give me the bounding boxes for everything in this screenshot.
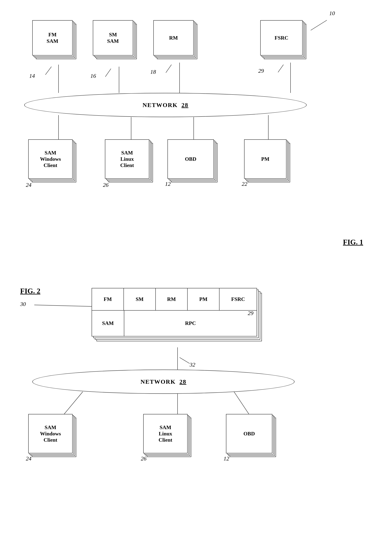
server-rm: RM — [156, 288, 188, 310]
sam-linux-text-2: SAMLinuxClient — [159, 424, 172, 443]
ref-12-fig1: 12 — [165, 181, 171, 187]
svg-line-22 — [234, 392, 250, 416]
ref-29-fig2: 29 — [248, 310, 253, 316]
ref-12-fig2: 12 — [224, 455, 229, 462]
ref-24-fig2: 24 — [26, 455, 31, 462]
fsrc-text: FSRC — [275, 35, 288, 41]
network-ellipse-fig1: NETWORK 28 — [24, 93, 307, 117]
fig2-area: FIG. 2 30 — [12, 283, 379, 549]
network-label-fig2: NETWORK 28 — [140, 378, 186, 385]
sm-sam-text: SMSAM — [107, 31, 119, 44]
ref-32: 32 — [190, 361, 195, 368]
server-rpc: RPC — [124, 310, 257, 336]
fig2-label: FIG. 2 — [20, 287, 40, 295]
svg-line-0 — [311, 20, 327, 30]
sam-windows-text-2: SAMWindowsClient — [40, 424, 61, 443]
obd-text: OBD — [185, 156, 196, 162]
ref-14: 14 — [29, 73, 35, 79]
svg-line-11 — [166, 65, 172, 73]
ref-10: 10 — [329, 10, 335, 17]
obd-text-2: OBD — [244, 430, 255, 437]
server-fm: FM — [92, 288, 124, 310]
ref-18: 18 — [150, 69, 156, 75]
svg-line-20 — [63, 392, 83, 416]
svg-line-19 — [180, 358, 190, 363]
server-box: FM SM RM PM FSRC — [92, 288, 257, 336]
server-sm: SM — [124, 288, 156, 310]
fig1-label: FIG. 1 — [343, 238, 363, 246]
ref-26-fig2: 26 — [141, 455, 146, 462]
ref-16: 16 — [90, 73, 96, 79]
network-label-fig1: NETWORK 28 — [143, 101, 188, 109]
ref-29: 29 — [258, 68, 264, 74]
sam-windows-text: SAMWindowsClient — [40, 150, 61, 169]
server-pm: PM — [188, 288, 220, 310]
fig1-area: FIG. 1 10 — [12, 8, 379, 250]
svg-line-12 — [278, 65, 283, 72]
ref-30: 30 — [20, 301, 26, 307]
network-ellipse-fig2: NETWORK 28 — [32, 370, 295, 394]
svg-line-10 — [105, 69, 111, 77]
fm-sam-text: FMSAM — [47, 31, 58, 44]
server-sam: SAM — [92, 310, 124, 336]
page: FIG. 1 10 — [0, 0, 392, 560]
svg-line-9 — [45, 67, 51, 75]
rm-text: RM — [169, 35, 178, 41]
server-fsrc: FSRC — [220, 288, 257, 310]
sam-linux-text: SAMLinuxClient — [120, 150, 134, 169]
ref-26-fig1: 26 — [103, 182, 109, 188]
pm-text: PM — [261, 156, 269, 162]
ref-22: 22 — [242, 181, 247, 187]
ref-24: 24 — [26, 182, 31, 188]
